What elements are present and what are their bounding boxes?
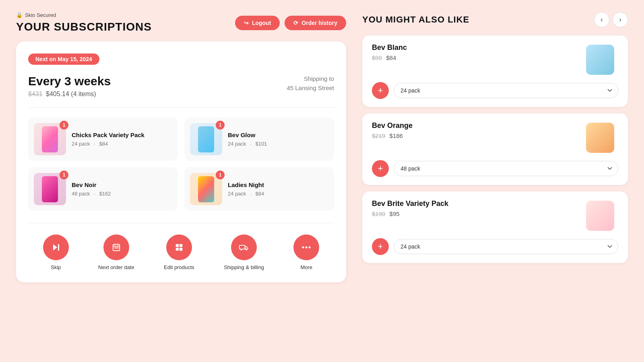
order-history-button[interactable]: ⟳ Order history bbox=[285, 16, 346, 30]
add-orange-button[interactable]: + bbox=[372, 160, 389, 177]
next-button[interactable]: › bbox=[613, 12, 628, 27]
product-quantity-badge-glow: 1 bbox=[216, 121, 225, 130]
can-orange bbox=[586, 123, 614, 153]
recommend-actions-orange: + 48 pack 24 pack 12 pack bbox=[372, 160, 618, 177]
recommend-name-orange: Bev Orange bbox=[372, 121, 413, 130]
skip-button[interactable] bbox=[43, 234, 69, 260]
more-button[interactable] bbox=[293, 234, 319, 260]
recommend-card-orange-inner: Bev Orange $219 $186 bbox=[372, 121, 618, 154]
recommend-price-current-orange: $186 bbox=[390, 132, 403, 139]
recommend-price-original-orange: $219 bbox=[372, 132, 385, 139]
skip-button-wrap[interactable]: Skip bbox=[43, 234, 69, 270]
svg-point-15 bbox=[246, 249, 247, 250]
product-price-glow: $101 bbox=[255, 141, 267, 147]
product-price-chicks: $84 bbox=[99, 141, 108, 147]
product-details-noir: Bev Noir 48 pack · $162 bbox=[72, 181, 111, 197]
frequency-label: Every 3 weeks bbox=[28, 74, 111, 88]
products-divider bbox=[28, 107, 334, 108]
recommend-prices-brite: $190 $95 bbox=[372, 210, 448, 217]
more-button-wrap[interactable]: More bbox=[293, 234, 319, 270]
price-original: $431 bbox=[28, 90, 43, 97]
pack-select-blanc[interactable]: 24 pack 48 pack 12 pack bbox=[394, 83, 618, 98]
list-item: Bev Orange $219 $186 + 48 pack 24 pac bbox=[362, 113, 628, 185]
left-panel: 🔒 Skio Secured YOUR SUBSCRIPTIONS ↪ Logo… bbox=[16, 12, 346, 282]
items-count: (4 items) bbox=[71, 90, 96, 97]
recommend-info-orange: Bev Orange $219 $186 bbox=[372, 121, 413, 139]
svg-rect-7 bbox=[116, 247, 117, 249]
logout-button[interactable]: ↪ Logout bbox=[235, 16, 280, 30]
product-quantity-badge-ladies: 1 bbox=[216, 171, 225, 179]
product-price-ladies: $84 bbox=[255, 191, 264, 197]
recommend-price-current-brite: $95 bbox=[390, 210, 400, 217]
svg-point-16 bbox=[302, 247, 304, 249]
products-grid: 1 Chicks Pack Variety Pack 24 pack · $84 bbox=[28, 117, 334, 211]
product-meta-glow: 24 pack · $101 bbox=[228, 141, 267, 147]
product-meta-noir: 48 pack · $162 bbox=[72, 191, 111, 197]
product-pack-chicks: 24 pack bbox=[72, 141, 90, 147]
next-order-date-button-wrap[interactable]: Next order date bbox=[98, 234, 134, 270]
shipping-billing-button[interactable] bbox=[231, 234, 257, 260]
subscription-info: Every 3 weeks $431 $405.14 (4 items) bbox=[28, 74, 111, 98]
header-left: 🔒 Skio Secured YOUR SUBSCRIPTIONS bbox=[16, 12, 152, 33]
product-image-glow: 1 bbox=[190, 123, 222, 155]
product-pack-ladies: 24 pack bbox=[228, 191, 246, 197]
dot-3: · bbox=[94, 191, 95, 197]
recommendations-title: YOU MIGHT ALSO LIKE bbox=[362, 14, 469, 25]
can-blanc bbox=[586, 45, 614, 75]
recommend-price-original-brite: $190 bbox=[372, 210, 385, 217]
recommend-actions-brite: + 24 pack 48 pack 12 pack bbox=[372, 238, 618, 255]
pack-select-brite[interactable]: 24 pack 48 pack 12 pack bbox=[394, 239, 618, 254]
product-price-noir: $162 bbox=[99, 191, 111, 197]
recommend-prices-orange: $219 $186 bbox=[372, 132, 413, 139]
dot-4: · bbox=[250, 191, 252, 197]
logout-icon: ↪ bbox=[244, 20, 249, 26]
calendar-icon bbox=[112, 243, 121, 252]
product-meta-chicks: 24 pack · $84 bbox=[72, 141, 144, 147]
can-icon-ladies bbox=[198, 176, 214, 202]
edit-products-label: Edit products bbox=[164, 264, 194, 270]
svg-rect-12 bbox=[180, 248, 182, 251]
right-panel: YOU MIGHT ALSO LIKE ‹ › Bev Blanc $99 $8… bbox=[362, 12, 628, 282]
table-row: 1 Chicks Pack Variety Pack 24 pack · $84 bbox=[28, 117, 178, 161]
header-buttons: ↪ Logout ⟳ Order history bbox=[235, 16, 346, 30]
order-history-label: Order history bbox=[301, 20, 337, 26]
recommendations-list: Bev Blanc $99 $84 + 24 pack 48 pack bbox=[362, 35, 628, 263]
svg-point-14 bbox=[240, 249, 242, 250]
recommend-actions-blanc: + 24 pack 48 pack 12 pack bbox=[372, 82, 618, 99]
skip-icon bbox=[51, 243, 61, 252]
recommend-price-current-blanc: $84 bbox=[386, 54, 396, 61]
product-image-chicks: 1 bbox=[34, 123, 66, 155]
prev-button[interactable]: ‹ bbox=[594, 12, 609, 27]
product-pack-glow: 24 pack bbox=[228, 141, 246, 147]
svg-rect-10 bbox=[180, 244, 182, 247]
product-details-ladies: Ladies Night 24 pack · $84 bbox=[228, 181, 264, 197]
shipping-billing-button-wrap[interactable]: Shipping & billing bbox=[224, 234, 264, 270]
price-info: $431 $405.14 (4 items) bbox=[28, 90, 111, 98]
recommend-price-original-blanc: $99 bbox=[372, 54, 382, 61]
product-name-chicks: Chicks Pack Variety Pack bbox=[72, 132, 144, 138]
table-row: 1 Bev Glow 24 pack · $101 bbox=[184, 117, 334, 161]
shipping-label: Shipping to bbox=[287, 74, 334, 84]
add-blanc-button[interactable]: + bbox=[372, 82, 389, 99]
next-date-badge: Next on May 15, 2024 bbox=[28, 53, 99, 65]
edit-products-button-wrap[interactable]: Edit products bbox=[164, 234, 194, 270]
can-icon-glow bbox=[198, 126, 214, 152]
add-brite-button[interactable]: + bbox=[372, 238, 389, 255]
edit-products-button[interactable] bbox=[166, 234, 192, 260]
product-image-noir: 1 bbox=[34, 173, 66, 205]
shipping-billing-label: Shipping & billing bbox=[224, 264, 264, 270]
skio-text: Skio Secured bbox=[25, 12, 56, 18]
svg-marker-0 bbox=[53, 244, 57, 251]
logout-label: Logout bbox=[252, 20, 271, 26]
svg-rect-8 bbox=[118, 247, 119, 249]
svg-rect-13 bbox=[239, 245, 245, 249]
next-order-date-button[interactable] bbox=[103, 234, 129, 260]
skio-secured-label: 🔒 Skio Secured bbox=[16, 12, 152, 18]
product-name-noir: Bev Noir bbox=[72, 181, 111, 188]
recommend-card-blanc-inner: Bev Blanc $99 $84 bbox=[372, 43, 618, 76]
truck-icon bbox=[239, 243, 249, 252]
can-icon-noir bbox=[42, 176, 58, 202]
pack-select-orange[interactable]: 48 pack 24 pack 12 pack bbox=[394, 161, 618, 176]
product-pack-noir: 48 pack bbox=[72, 191, 90, 197]
recommendations-header: YOU MIGHT ALSO LIKE ‹ › bbox=[362, 12, 628, 27]
